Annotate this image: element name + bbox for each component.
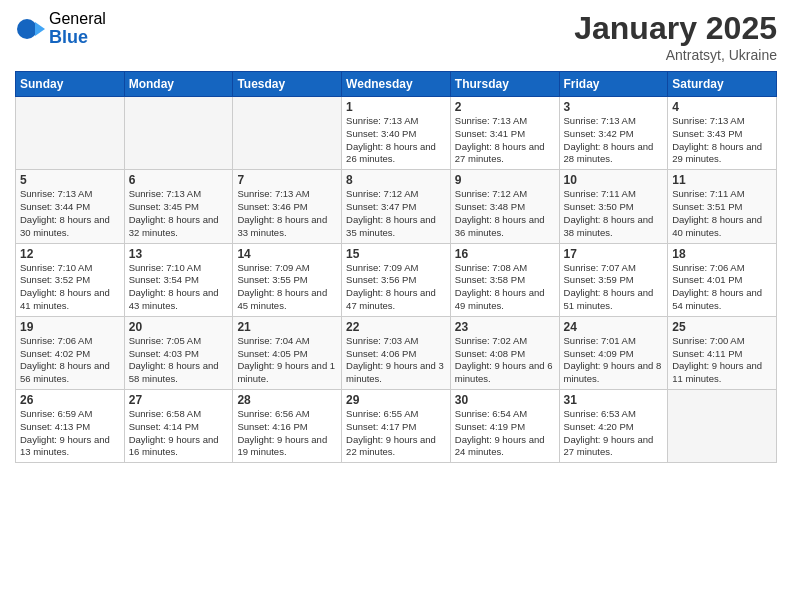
day-number: 8 <box>346 173 446 187</box>
table-row: 3Sunrise: 7:13 AMSunset: 3:42 PMDaylight… <box>559 97 668 170</box>
svg-point-0 <box>17 19 37 39</box>
table-row: 4Sunrise: 7:13 AMSunset: 3:43 PMDaylight… <box>668 97 777 170</box>
day-info: Sunrise: 7:01 AMSunset: 4:09 PMDaylight:… <box>564 335 664 386</box>
day-info: Sunrise: 7:00 AMSunset: 4:11 PMDaylight:… <box>672 335 772 386</box>
day-number: 26 <box>20 393 120 407</box>
day-number: 19 <box>20 320 120 334</box>
table-row: 20Sunrise: 7:05 AMSunset: 4:03 PMDayligh… <box>124 316 233 389</box>
table-row: 25Sunrise: 7:00 AMSunset: 4:11 PMDayligh… <box>668 316 777 389</box>
day-info: Sunrise: 6:56 AMSunset: 4:16 PMDaylight:… <box>237 408 337 459</box>
day-number: 24 <box>564 320 664 334</box>
day-number: 18 <box>672 247 772 261</box>
day-info: Sunrise: 6:54 AMSunset: 4:19 PMDaylight:… <box>455 408 555 459</box>
day-number: 23 <box>455 320 555 334</box>
calendar-week-row: 1Sunrise: 7:13 AMSunset: 3:40 PMDaylight… <box>16 97 777 170</box>
table-row: 29Sunrise: 6:55 AMSunset: 4:17 PMDayligh… <box>342 390 451 463</box>
calendar-header-row: Sunday Monday Tuesday Wednesday Thursday… <box>16 72 777 97</box>
table-row: 19Sunrise: 7:06 AMSunset: 4:02 PMDayligh… <box>16 316 125 389</box>
day-info: Sunrise: 7:08 AMSunset: 3:58 PMDaylight:… <box>455 262 555 313</box>
calendar-week-row: 12Sunrise: 7:10 AMSunset: 3:52 PMDayligh… <box>16 243 777 316</box>
title-section: January 2025 Antratsyt, Ukraine <box>574 10 777 63</box>
day-info: Sunrise: 7:11 AMSunset: 3:51 PMDaylight:… <box>672 188 772 239</box>
logo-general: General <box>49 10 106 28</box>
location: Antratsyt, Ukraine <box>574 47 777 63</box>
day-info: Sunrise: 6:53 AMSunset: 4:20 PMDaylight:… <box>564 408 664 459</box>
day-number: 27 <box>129 393 229 407</box>
table-row: 26Sunrise: 6:59 AMSunset: 4:13 PMDayligh… <box>16 390 125 463</box>
table-row <box>233 97 342 170</box>
day-info: Sunrise: 7:09 AMSunset: 3:55 PMDaylight:… <box>237 262 337 313</box>
day-number: 14 <box>237 247 337 261</box>
header: General Blue January 2025 Antratsyt, Ukr… <box>15 10 777 63</box>
day-info: Sunrise: 7:02 AMSunset: 4:08 PMDaylight:… <box>455 335 555 386</box>
day-info: Sunrise: 7:07 AMSunset: 3:59 PMDaylight:… <box>564 262 664 313</box>
table-row: 15Sunrise: 7:09 AMSunset: 3:56 PMDayligh… <box>342 243 451 316</box>
day-number: 1 <box>346 100 446 114</box>
table-row: 23Sunrise: 7:02 AMSunset: 4:08 PMDayligh… <box>450 316 559 389</box>
day-number: 29 <box>346 393 446 407</box>
table-row: 21Sunrise: 7:04 AMSunset: 4:05 PMDayligh… <box>233 316 342 389</box>
table-row: 6Sunrise: 7:13 AMSunset: 3:45 PMDaylight… <box>124 170 233 243</box>
header-wednesday: Wednesday <box>342 72 451 97</box>
table-row <box>124 97 233 170</box>
month-title: January 2025 <box>574 10 777 47</box>
header-thursday: Thursday <box>450 72 559 97</box>
day-info: Sunrise: 7:13 AMSunset: 3:44 PMDaylight:… <box>20 188 120 239</box>
logo-icon <box>15 14 45 44</box>
table-row: 18Sunrise: 7:06 AMSunset: 4:01 PMDayligh… <box>668 243 777 316</box>
day-number: 5 <box>20 173 120 187</box>
table-row: 10Sunrise: 7:11 AMSunset: 3:50 PMDayligh… <box>559 170 668 243</box>
day-info: Sunrise: 7:10 AMSunset: 3:54 PMDaylight:… <box>129 262 229 313</box>
day-number: 9 <box>455 173 555 187</box>
table-row: 13Sunrise: 7:10 AMSunset: 3:54 PMDayligh… <box>124 243 233 316</box>
logo: General Blue <box>15 10 106 47</box>
day-info: Sunrise: 6:58 AMSunset: 4:14 PMDaylight:… <box>129 408 229 459</box>
calendar-week-row: 26Sunrise: 6:59 AMSunset: 4:13 PMDayligh… <box>16 390 777 463</box>
day-number: 6 <box>129 173 229 187</box>
day-info: Sunrise: 7:09 AMSunset: 3:56 PMDaylight:… <box>346 262 446 313</box>
day-info: Sunrise: 6:59 AMSunset: 4:13 PMDaylight:… <box>20 408 120 459</box>
day-number: 21 <box>237 320 337 334</box>
day-number: 25 <box>672 320 772 334</box>
table-row: 24Sunrise: 7:01 AMSunset: 4:09 PMDayligh… <box>559 316 668 389</box>
day-number: 30 <box>455 393 555 407</box>
day-number: 13 <box>129 247 229 261</box>
calendar: Sunday Monday Tuesday Wednesday Thursday… <box>15 71 777 463</box>
day-info: Sunrise: 7:12 AMSunset: 3:48 PMDaylight:… <box>455 188 555 239</box>
table-row: 17Sunrise: 7:07 AMSunset: 3:59 PMDayligh… <box>559 243 668 316</box>
day-number: 7 <box>237 173 337 187</box>
table-row: 5Sunrise: 7:13 AMSunset: 3:44 PMDaylight… <box>16 170 125 243</box>
day-number: 15 <box>346 247 446 261</box>
day-number: 20 <box>129 320 229 334</box>
header-saturday: Saturday <box>668 72 777 97</box>
svg-marker-1 <box>35 22 45 36</box>
header-friday: Friday <box>559 72 668 97</box>
logo-text: General Blue <box>49 10 106 47</box>
table-row: 31Sunrise: 6:53 AMSunset: 4:20 PMDayligh… <box>559 390 668 463</box>
table-row: 27Sunrise: 6:58 AMSunset: 4:14 PMDayligh… <box>124 390 233 463</box>
day-info: Sunrise: 7:06 AMSunset: 4:02 PMDaylight:… <box>20 335 120 386</box>
day-info: Sunrise: 7:13 AMSunset: 3:45 PMDaylight:… <box>129 188 229 239</box>
header-sunday: Sunday <box>16 72 125 97</box>
day-info: Sunrise: 7:04 AMSunset: 4:05 PMDaylight:… <box>237 335 337 386</box>
logo-blue: Blue <box>49 28 106 48</box>
day-number: 16 <box>455 247 555 261</box>
day-number: 22 <box>346 320 446 334</box>
table-row: 1Sunrise: 7:13 AMSunset: 3:40 PMDaylight… <box>342 97 451 170</box>
table-row: 2Sunrise: 7:13 AMSunset: 3:41 PMDaylight… <box>450 97 559 170</box>
day-number: 2 <box>455 100 555 114</box>
page: General Blue January 2025 Antratsyt, Ukr… <box>0 0 792 612</box>
table-row: 30Sunrise: 6:54 AMSunset: 4:19 PMDayligh… <box>450 390 559 463</box>
table-row: 7Sunrise: 7:13 AMSunset: 3:46 PMDaylight… <box>233 170 342 243</box>
day-info: Sunrise: 7:05 AMSunset: 4:03 PMDaylight:… <box>129 335 229 386</box>
table-row: 14Sunrise: 7:09 AMSunset: 3:55 PMDayligh… <box>233 243 342 316</box>
day-number: 28 <box>237 393 337 407</box>
table-row: 9Sunrise: 7:12 AMSunset: 3:48 PMDaylight… <box>450 170 559 243</box>
table-row <box>668 390 777 463</box>
day-info: Sunrise: 7:06 AMSunset: 4:01 PMDaylight:… <box>672 262 772 313</box>
day-number: 11 <box>672 173 772 187</box>
day-number: 31 <box>564 393 664 407</box>
day-info: Sunrise: 7:03 AMSunset: 4:06 PMDaylight:… <box>346 335 446 386</box>
table-row: 22Sunrise: 7:03 AMSunset: 4:06 PMDayligh… <box>342 316 451 389</box>
day-info: Sunrise: 7:13 AMSunset: 3:46 PMDaylight:… <box>237 188 337 239</box>
